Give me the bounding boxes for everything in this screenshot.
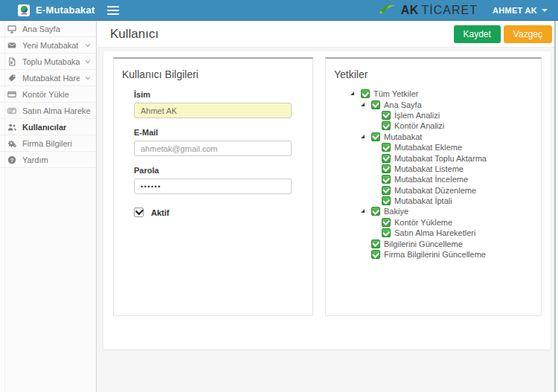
tree-node-label[interactable]: Satın Alma Hareketleri [394, 228, 475, 237]
user-menu[interactable]: AHMET AK [493, 6, 548, 15]
active-checkbox[interactable] [134, 208, 144, 217]
tree-node-label[interactable]: Kontör Yükleme [394, 218, 452, 227]
content-card: Kullanıcı Bilgileri İsim E-Mail Parola A… [103, 51, 551, 350]
tree-node-label[interactable]: Firma Bilgilerini Güncelleme [384, 250, 486, 259]
permission-checkbox[interactable] [382, 121, 391, 130]
permission-checkbox[interactable] [382, 164, 391, 173]
permission-checkbox[interactable] [382, 111, 391, 120]
permissions-tree: Tüm YetkilerAna Sayfaİşlem AnaliziKontör… [326, 89, 541, 260]
chevron-down-icon [85, 59, 91, 65]
file-excel-icon [7, 57, 17, 66]
tree-node-label[interactable]: Mutabakat [384, 132, 422, 141]
name-input[interactable] [134, 103, 292, 118]
sidebar-item-toplu-mutabakat[interactable]: Toplu Mutabakat [0, 54, 96, 70]
sidebar-item-yardim[interactable]: ?Yardım [0, 152, 96, 168]
tree-node-bakiye[interactable]: Bakiye [326, 206, 541, 216]
question-icon: ? [7, 155, 17, 164]
tree-node-label[interactable]: Mutabakat Listeme [394, 164, 464, 173]
permission-checkbox[interactable] [371, 240, 380, 248]
caret-down-icon [542, 9, 548, 12]
permission-checkbox[interactable] [382, 175, 391, 184]
tree-node-label[interactable]: Ana Sayfa [384, 100, 422, 109]
tree-node-ana-sayfa[interactable]: Ana Sayfa [326, 99, 541, 109]
permission-checkbox[interactable] [382, 218, 391, 227]
app-logo[interactable]: E-Mutabakat [0, 4, 97, 16]
tree-node-bilgilerini-guncelleme[interactable]: Bilgilerini Güncelleme [326, 238, 541, 248]
permission-checkbox[interactable] [361, 89, 370, 98]
tree-node-mutabakat-inceleme[interactable]: Mutabakat İnceleme [326, 174, 541, 184]
collapse-arrow-icon[interactable] [361, 103, 371, 106]
company-name-bold: AK [401, 4, 419, 17]
sidebar-item-label: Toplu Mutabakat [22, 57, 80, 66]
sidebar-item-label: Kullanıcılar [22, 123, 66, 132]
permission-checkbox[interactable] [382, 196, 391, 205]
tree-node-kontor-analizi[interactable]: Kontör Analizi [326, 121, 541, 131]
permission-checkbox[interactable] [382, 228, 391, 237]
tree-node-label[interactable]: Bakiye [384, 207, 408, 216]
collapse-arrow-icon[interactable] [361, 210, 371, 213]
name-label: İsim [134, 90, 292, 99]
sidebar-item-kullanicilar[interactable]: Kullanıcılar [0, 119, 96, 135]
sidebar-item-label: Yeni Mutabakat [22, 41, 78, 50]
collapse-arrow-icon[interactable] [361, 135, 371, 138]
tree-node-tum-yetkiler[interactable]: Tüm Yetkiler [326, 89, 541, 99]
permission-checkbox[interactable] [371, 250, 380, 259]
app-title: E-Mutabakat [36, 4, 95, 16]
chevron-down-icon [85, 75, 91, 81]
tree-node-mutabakat-duzenleme[interactable]: Mutabakat Düzenleme [326, 185, 541, 196]
tree-node-label[interactable]: Mutabakat Toplu Aktarma [394, 154, 487, 163]
sidebar: Ana SayfaYeni MutabakatToplu MutabakatMu… [0, 21, 97, 392]
permission-checkbox[interactable] [371, 100, 380, 109]
credit-card-icon [7, 90, 17, 99]
sidebar-item-label: Yardım [22, 155, 48, 164]
permission-checkbox[interactable] [371, 132, 380, 141]
collapse-arrow-icon[interactable] [350, 92, 361, 95]
tree-node-mutabakat-toplu-aktarma[interactable]: Mutabakat Toplu Aktarma [326, 152, 541, 163]
tree-node-kontor-yukleme[interactable]: Kontör Yükleme [326, 217, 541, 228]
sidebar-item-firma-bilgileri[interactable]: Firma Bilgileri [0, 135, 96, 152]
sidebar-item-ana-sayfa[interactable]: Ana Sayfa [0, 21, 96, 37]
sidebar-menu: Ana SayfaYeni MutabakatToplu MutabakatMu… [0, 21, 96, 168]
email-input[interactable] [134, 141, 292, 156]
permission-checkbox[interactable] [382, 186, 391, 195]
tree-node-label[interactable]: Mutabakat İnceleme [394, 175, 468, 184]
tree-node-label[interactable]: Mutabakat Düzenleme [394, 186, 476, 195]
password-input[interactable] [134, 179, 292, 194]
tree-node-mutabakat-listeme[interactable]: Mutabakat Listeme [326, 164, 541, 174]
cancel-button[interactable]: Vazgeç [504, 25, 552, 43]
permissions-panel: Yetkiler Tüm YetkilerAna Sayfaİşlem Anal… [325, 57, 542, 316]
envelope-icon [7, 41, 17, 50]
tree-node-mutabakat[interactable]: Mutabakat [326, 132, 541, 142]
email-label: E-Mail [134, 128, 292, 137]
sidebar-item-label: Satın Alma Hareketleri [22, 106, 91, 115]
sidebar-item-satin-alma-hareketleri[interactable]: Satın Alma Hareketleri [0, 103, 96, 119]
tree-node-label[interactable]: Mutabakat İptali [394, 196, 452, 205]
tree-node-label[interactable]: Tüm Yetkiler [373, 89, 419, 98]
save-button[interactable]: Kaydet [454, 25, 501, 43]
right-border-line [554, 21, 558, 392]
tree-node-mutabakat-iptali[interactable]: Mutabakat İptali [326, 196, 541, 206]
user-name: AHMET AK [493, 6, 537, 15]
tree-node-label[interactable]: Bilgilerini Güncelleme [384, 240, 463, 248]
users-icon [7, 123, 17, 132]
sidebar-item-label: Ana Sayfa [22, 25, 60, 33]
page-title: Kullanıcı [110, 27, 158, 42]
pos-card-icon [7, 106, 17, 115]
sidebar-toggle-button[interactable] [103, 3, 124, 18]
tree-node-firma-bilgilerini-guncelleme[interactable]: Firma Bilgilerini Güncelleme [326, 249, 541, 260]
sidebar-item-yeni-mutabakat[interactable]: Yeni Mutabakat [0, 37, 96, 54]
permission-checkbox[interactable] [382, 143, 391, 152]
permission-checkbox[interactable] [382, 154, 391, 163]
tree-node-label[interactable]: İşlem Analizi [394, 111, 440, 120]
sidebar-item-kontor-yukle[interactable]: Kontör Yükle [0, 86, 96, 103]
tree-node-label[interactable]: Kontör Analizi [394, 121, 444, 130]
chevron-down-icon [85, 42, 91, 48]
tree-node-label[interactable]: Mutabakat Ekleme [394, 143, 462, 152]
tag-icon [7, 74, 17, 83]
sidebar-item-mutabakat-hareketleri[interactable]: Mutabakat Hareketleri [0, 70, 96, 86]
tree-node-mutabakat-ekleme[interactable]: Mutabakat Ekleme [326, 142, 541, 152]
user-info-heading: Kullanıcı Bilgileri [122, 68, 304, 80]
tree-node-satin-alma-hareketleri[interactable]: Satın Alma Hareketleri [326, 228, 541, 238]
tree-node-islem-analizi[interactable]: İşlem Analizi [326, 110, 541, 121]
permission-checkbox[interactable] [371, 207, 380, 216]
